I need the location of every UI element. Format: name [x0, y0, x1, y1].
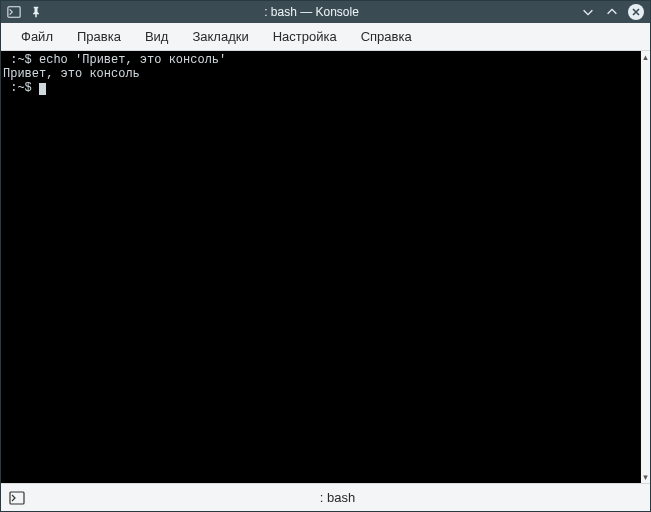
window-controls: [580, 4, 644, 20]
pin-icon[interactable]: [29, 5, 43, 19]
statusbar: : bash: [1, 483, 650, 511]
titlebar[interactable]: : bash — Konsole: [1, 1, 650, 23]
scroll-up-icon[interactable]: ▴: [641, 51, 650, 63]
scroll-down-icon[interactable]: ▾: [641, 471, 650, 483]
scrollbar[interactable]: ▴ ▾: [640, 51, 650, 483]
terminal-area: :~$ echo 'Привет, это консоль'Привет, эт…: [1, 51, 650, 483]
window-title: : bash — Konsole: [43, 5, 580, 19]
menu-file[interactable]: Файл: [9, 25, 65, 48]
menu-edit[interactable]: Правка: [65, 25, 133, 48]
maximize-button[interactable]: [604, 4, 620, 20]
terminal-line: :~$ echo 'Привет, это консоль': [3, 53, 638, 67]
menu-bookmarks[interactable]: Закладки: [180, 25, 260, 48]
terminal-line: Привет, это консоль: [3, 67, 638, 81]
svg-rect-0: [8, 7, 20, 18]
terminal-line: :~$: [3, 81, 638, 95]
terminal-icon: [7, 5, 21, 19]
menu-settings[interactable]: Настройка: [261, 25, 349, 48]
scroll-track[interactable]: [641, 63, 650, 471]
menu-view[interactable]: Вид: [133, 25, 181, 48]
menubar: Файл Правка Вид Закладки Настройка Справ…: [1, 23, 650, 51]
menu-help[interactable]: Справка: [349, 25, 424, 48]
konsole-window: : bash — Konsole Файл Правка Вид Закладк…: [0, 0, 651, 512]
svg-rect-1: [10, 492, 24, 504]
minimize-button[interactable]: [580, 4, 596, 20]
terminal[interactable]: :~$ echo 'Привет, это консоль'Привет, эт…: [1, 51, 640, 483]
tab-terminal-icon[interactable]: [9, 490, 25, 506]
close-button[interactable]: [628, 4, 644, 20]
tab-label[interactable]: : bash: [33, 490, 642, 505]
